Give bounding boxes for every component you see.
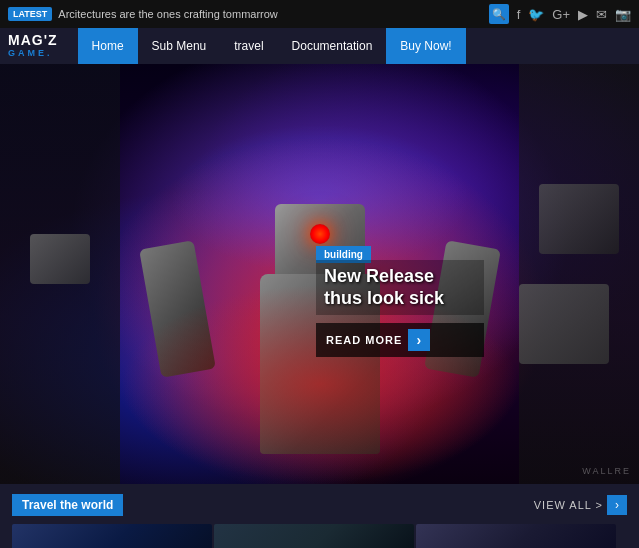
nav-home[interactable]: Home: [78, 28, 138, 64]
drone-right2: [519, 284, 609, 364]
article-card: New Release thus look sick READ MORE ›: [316, 260, 484, 357]
logo: MAG'Z GAME.: [8, 33, 58, 58]
section-header: Travel the world VIEW ALL > ›: [0, 484, 639, 524]
read-more-button[interactable]: READ MORE ›: [316, 323, 484, 357]
thumbnail-3[interactable]: [416, 524, 616, 548]
twitter-icon[interactable]: 🐦: [528, 7, 544, 22]
read-more-arrow-icon: ›: [408, 329, 430, 351]
view-all-label: VIEW ALL >: [534, 499, 603, 511]
nav-documentation[interactable]: Documentation: [278, 28, 387, 64]
drone-right: [539, 184, 619, 254]
logo-line2: GAME.: [8, 49, 58, 59]
nav-buynow[interactable]: Buy Now!: [386, 28, 465, 64]
view-all-arrow-icon: ›: [607, 495, 627, 515]
ticker-text: Arcitectures are the ones crafting tomma…: [58, 8, 277, 20]
youtube-icon[interactable]: ▶: [578, 7, 588, 22]
section-title-wrap: Travel the world: [12, 494, 123, 516]
nav-submenu[interactable]: Sub Menu: [138, 28, 221, 64]
facebook-icon[interactable]: f: [517, 7, 521, 22]
thumbnail-row: [0, 524, 639, 548]
email-icon[interactable]: ✉: [596, 7, 607, 22]
top-bar-right: 🔍 f 🐦 G+ ▶ ✉ 📷: [489, 4, 631, 24]
googleplus-icon[interactable]: G+: [552, 7, 570, 22]
hero-section: building New Release thus look sick READ…: [0, 64, 639, 484]
drone-left: [30, 234, 90, 284]
robot-eye: [310, 224, 330, 244]
top-bar-left: LATEST Arcitectures are the ones craftin…: [8, 7, 278, 21]
logo-line1: MAG'Z: [8, 33, 58, 48]
thumbnail-2[interactable]: [214, 524, 414, 548]
nav-bar: MAG'Z GAME. Home Sub Menu travel Documen…: [0, 28, 639, 64]
watermark: WALLRE: [582, 466, 631, 476]
latest-badge: LATEST: [8, 7, 52, 21]
section-title: Travel the world: [12, 494, 123, 516]
bottom-section: Travel the world VIEW ALL > ›: [0, 484, 639, 548]
thumbnail-1[interactable]: [12, 524, 212, 548]
view-all-button[interactable]: VIEW ALL > ›: [534, 495, 627, 515]
instagram-icon[interactable]: 📷: [615, 7, 631, 22]
search-icon[interactable]: 🔍: [489, 4, 509, 24]
read-more-label: READ MORE: [326, 334, 402, 346]
article-title: New Release thus look sick: [316, 260, 484, 315]
nav-travel[interactable]: travel: [220, 28, 277, 64]
nav-items: Home Sub Menu travel Documentation Buy N…: [78, 28, 631, 64]
top-bar: LATEST Arcitectures are the ones craftin…: [0, 0, 639, 28]
building-right: [519, 64, 639, 484]
